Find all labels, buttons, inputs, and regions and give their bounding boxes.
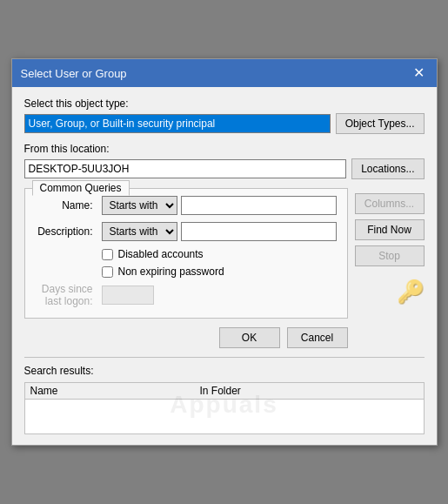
name-row: Name: Starts with — [36, 196, 337, 215]
right-buttons: Columns... Find Now Stop 🔑 — [348, 188, 425, 306]
name-label: Name: — [36, 199, 98, 212]
results-table: Name In Folder — [25, 383, 424, 400]
left-section: Common Queries Name: Starts with Descrip… — [24, 188, 348, 357]
columns-button[interactable]: Columns... — [355, 193, 425, 214]
non-expiring-checkbox[interactable] — [102, 266, 113, 278]
non-expiring-label: Non expiring password — [118, 265, 224, 278]
results-header-row: Name In Folder — [25, 383, 424, 400]
locations-button[interactable]: Locations... — [351, 158, 424, 179]
object-types-button[interactable]: Object Types... — [336, 113, 425, 134]
days-row: Days since last logon: — [36, 283, 337, 307]
location-row: Locations... — [24, 158, 425, 179]
dialog-body: Select this object type: Object Types...… — [12, 87, 437, 445]
days-label: Days since last logon: — [36, 283, 98, 307]
main-content: Common Queries Name: Starts with Descrip… — [24, 188, 425, 357]
object-type-row: Object Types... — [24, 113, 425, 134]
object-type-label: Select this object type: — [24, 97, 425, 110]
results-section: Search results: Name In Folder — [24, 357, 425, 434]
col-folder-header: In Folder — [195, 383, 424, 400]
search-icon-area: 🔑 — [355, 279, 425, 306]
cancel-button[interactable]: Cancel — [287, 327, 348, 348]
title-bar: Select User or Group ✕ — [12, 59, 437, 87]
results-area[interactable]: Name In Folder — [24, 382, 425, 434]
disabled-accounts-label: Disabled accounts — [118, 248, 204, 260]
disabled-accounts-row: Disabled accounts — [102, 248, 337, 260]
results-label: Search results: — [24, 365, 425, 377]
location-label: From this location: — [24, 143, 425, 155]
close-button[interactable]: ✕ — [410, 66, 428, 80]
bottom-row: OK Cancel — [24, 327, 348, 348]
non-expiring-row: Non expiring password — [102, 265, 337, 278]
name-input[interactable] — [181, 196, 337, 215]
location-input[interactable] — [24, 159, 347, 178]
description-label: Description: — [36, 225, 98, 238]
col-name-header: Name — [25, 383, 195, 400]
common-queries-tab[interactable]: Common Queries — [32, 180, 130, 196]
description-input[interactable] — [181, 222, 337, 241]
ok-button[interactable]: OK — [219, 327, 280, 348]
description-row: Description: Starts with — [36, 222, 337, 241]
stop-button[interactable]: Stop — [355, 245, 425, 266]
days-input[interactable] — [102, 286, 154, 305]
common-queries-box: Common Queries Name: Starts with Descrip… — [24, 188, 348, 319]
object-type-input[interactable] — [24, 114, 331, 133]
find-now-button[interactable]: Find Now — [355, 219, 425, 240]
desc-starts-with-select[interactable]: Starts with — [102, 222, 177, 241]
dialog-title: Select User or Group — [21, 67, 127, 80]
disabled-accounts-checkbox[interactable] — [102, 249, 113, 260]
select-user-dialog: Select User or Group ✕ Select this objec… — [11, 58, 438, 446]
key-icon: 🔑 — [397, 279, 425, 306]
name-starts-with-select[interactable]: Starts with — [102, 196, 177, 215]
